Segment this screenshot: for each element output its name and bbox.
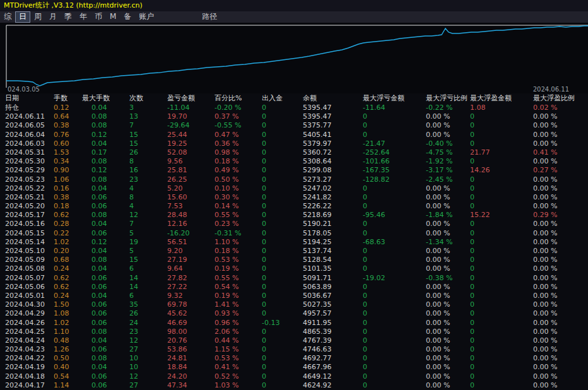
cell: 1.10 <box>54 328 82 336</box>
column-header-4: 盈亏金额 <box>167 93 215 103</box>
menu-tab-周[interactable]: 周 <box>30 11 45 23</box>
cell: 0.00 % <box>426 319 470 328</box>
table-row[interactable]: 2024.04.261.020.062446.690.96 %-0.134911… <box>0 319 588 328</box>
cell: 0 <box>470 328 533 336</box>
table-row[interactable]: 2024.05.210.380.06815.600.30 %05241.8200… <box>0 193 588 202</box>
table-row[interactable]: 2024.04.180.540.061224.200.52 %04649.120… <box>0 372 588 381</box>
cell: 0.38 <box>54 193 82 202</box>
cell: 0.00 % <box>533 328 588 336</box>
stats-table: 日期手数最大手数次数盈亏金额百分比%出入金余额最大浮亏金额最大浮亏比例最大浮盈金… <box>0 93 588 390</box>
table-row[interactable]: 2024.05.150.220.065-16.20-0.31 %05178.05… <box>0 229 588 238</box>
table-row[interactable]: 2024.04.251.100.082398.002.06 %04865.390… <box>0 328 588 336</box>
cell: 2024.05.10 <box>5 247 54 256</box>
table-row[interactable]: 2024.05.070.620.061427.820.55 %05091.71-… <box>0 274 588 283</box>
table-row[interactable]: 2024.05.160.280.04712.160.23 %05190.2100… <box>0 220 588 228</box>
table-row[interactable]: 2024.04.301.500.063569.781.41 %05027.350… <box>0 300 588 309</box>
cell: 5091.71 <box>303 274 363 283</box>
cell: 0 <box>363 336 426 345</box>
table-row[interactable]: 2024.05.300.340.0889.560.18 %05308.64-10… <box>0 157 588 166</box>
table-row[interactable]: 2024.05.220.160.0445.200.10 %05247.0200.… <box>0 184 588 193</box>
menu-tab-币[interactable]: 币 <box>91 11 106 23</box>
cell: 0.00 % <box>426 354 470 363</box>
table-row[interactable]: 2024.05.290.900.121625.810.49 %05299.08-… <box>0 166 588 175</box>
cell: 16 <box>129 166 167 175</box>
menu-item-path[interactable]: 路径 <box>198 11 221 23</box>
cell: 1.02 <box>54 238 82 247</box>
titlebar: MTDriver统计 ,V3.12 (http://mtdriver.cn) <box>0 0 588 11</box>
cell: 0.52 % <box>215 372 262 381</box>
column-header-8: 最大浮亏金额 <box>363 93 426 103</box>
table-row[interactable]: 2024.06.110.640.081319.700.37 %05395.470… <box>0 112 588 121</box>
cell: 0 <box>470 354 533 363</box>
cell: 2024.04.24 <box>5 336 54 345</box>
cell: 0.00 % <box>533 336 588 345</box>
cell: 25.44 <box>167 131 215 139</box>
cell: 0.00 % <box>533 112 588 121</box>
cell: 4767.39 <box>303 336 363 345</box>
cell: 5036.67 <box>303 292 363 300</box>
table-row[interactable]: 2024.05.200.180.0647.530.14 %05226.2200.… <box>0 202 588 211</box>
cell: 0.00 % <box>426 372 470 381</box>
table-row[interactable]: 2024.06.030.600.041519.250.36 %05379.97-… <box>0 139 588 148</box>
table-row[interactable]: 2024.04.190.400.041018.840.41 %04667.960… <box>0 363 588 372</box>
table-row[interactable]: 2024.05.100.200.0459.200.18 %05137.7400.… <box>0 247 588 256</box>
cell: 0.04 <box>82 336 129 345</box>
menu-tab-年[interactable]: 年 <box>76 11 91 23</box>
cell: 0.17 <box>82 148 129 157</box>
cell: 19.70 <box>167 112 215 121</box>
cell: 21.77 <box>470 148 533 157</box>
table-row[interactable]: 2024.05.311.530.172652.080.98 %05360.72-… <box>0 148 588 157</box>
cell: 5027.35 <box>303 300 363 309</box>
cell: 0.37 % <box>215 112 262 121</box>
cell: 1.02 <box>54 319 82 328</box>
cell: 2024.06.04 <box>5 131 54 139</box>
table-header-row: 日期手数最大手数次数盈亏金额百分比%出入金余额最大浮亏金额最大浮亏比例最大浮盈金… <box>0 93 588 103</box>
menu-tab-综[interactable]: 综 <box>0 11 15 23</box>
table-row[interactable]: 2024.04.171.140.062747.341.03 %04624.920… <box>0 381 588 390</box>
cell: 0 <box>262 274 303 283</box>
table-row[interactable]: 2024.05.141.020.121956.511.10 %05194.25-… <box>0 238 588 247</box>
cell: -0.31 % <box>215 229 262 238</box>
column-header-7: 余额 <box>303 93 363 103</box>
cell: 0 <box>262 264 303 273</box>
cell: 0.12 <box>82 166 129 175</box>
cell: 0.00 % <box>426 292 470 300</box>
table-row[interactable]: 2024.05.060.620.061427.220.54 %05063.890… <box>0 283 588 292</box>
table-row[interactable]: 2024.04.240.480.041220.760.44 %04767.390… <box>0 336 588 345</box>
cell: 2024.05.01 <box>5 292 54 300</box>
table-row[interactable]: 2024.05.231.060.082326.250.50 %05273.27-… <box>0 175 588 184</box>
table-row[interactable]: 2024.05.090.680.081527.190.53 %05128.540… <box>0 256 588 264</box>
cell: 2024.05.23 <box>5 175 54 184</box>
table-row[interactable]: 2024.06.040.760.121525.440.47 %05405.410… <box>0 131 588 139</box>
table-row[interactable]: 2024.05.010.240.0469.320.19 %05036.6700.… <box>0 292 588 300</box>
cell: 0.19 % <box>215 292 262 300</box>
cell: 0 <box>262 202 303 211</box>
cell: 0 <box>262 292 303 300</box>
cell: 2024.04.30 <box>5 300 54 309</box>
column-header-0: 日期 <box>5 93 54 103</box>
menu-tab-季[interactable]: 季 <box>61 11 76 23</box>
cell: 0 <box>470 319 533 328</box>
menu-tab-日[interactable]: 日 <box>15 11 30 23</box>
cell: 8 <box>129 193 167 202</box>
cell: 7.53 <box>167 202 215 211</box>
table-row[interactable]: 2024.04.231.260.062753.861.15 %04746.630… <box>0 345 588 354</box>
menu-tab-账户[interactable]: 账户 <box>135 11 158 23</box>
table-row[interactable]: 2024.05.080.240.0469.640.19 %05101.3500.… <box>0 264 588 273</box>
cell: 0.06 <box>82 274 129 283</box>
menu-tab-月[interactable]: 月 <box>45 11 61 23</box>
menu-tab-M[interactable]: M <box>106 11 120 23</box>
cell: 0 <box>262 336 303 345</box>
cell: 23 <box>129 175 167 184</box>
cell: 0.49 % <box>215 166 262 175</box>
table-row[interactable]: 2024.05.170.620.081228.480.55 %05218.69-… <box>0 211 588 220</box>
cell: 0.06 <box>82 229 129 238</box>
table-row[interactable]: 2024.06.050.380.087-29.64-0.55 %05375.77… <box>0 121 588 130</box>
menu-tab-备[interactable]: 备 <box>120 11 135 23</box>
table-row[interactable]: 2024.04.291.080.062645.620.93 %04957.570… <box>0 309 588 318</box>
cell: 19.25 <box>167 139 215 148</box>
table-row[interactable]: 2024.04.220.500.081024.810.53 %04692.770… <box>0 354 588 363</box>
cell: 0.90 <box>54 166 82 175</box>
table-row[interactable]: 持仓0.120.043-11.04-0.20 %05395.47-11.64-0… <box>0 103 588 112</box>
cell: 5063.89 <box>303 283 363 292</box>
